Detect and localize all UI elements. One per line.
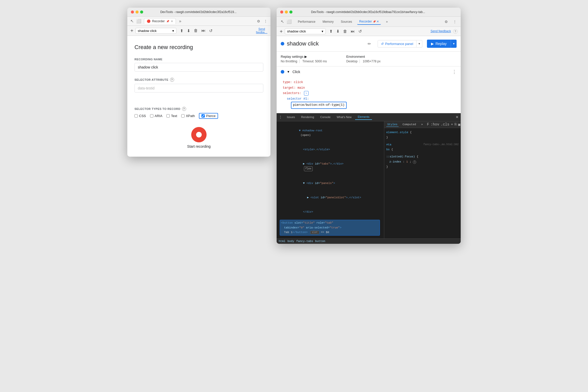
help-icon[interactable]: ? <box>453 29 458 34</box>
replay-label: Replay <box>435 42 447 46</box>
xpath-checkbox[interactable] <box>181 114 185 118</box>
recording-name-input[interactable] <box>134 63 263 72</box>
text-checkbox-label[interactable]: Text <box>166 114 177 118</box>
aria-checkbox-label[interactable]: ARIA <box>150 114 162 118</box>
btn-tabindex-val: "0" <box>299 226 304 229</box>
info-icon[interactable]: i <box>413 160 416 164</box>
select-chevron-icon: ▾ <box>172 29 174 33</box>
right-import-btn[interactable]: ⬇ <box>335 28 341 34</box>
recording-select[interactable]: shadow click ▾ <box>135 28 176 34</box>
right-export-btn[interactable]: ⬆ <box>328 28 334 34</box>
start-recording-btn[interactable] <box>191 127 207 142</box>
right-send-feedback-link[interactable]: Send feedback <box>431 29 451 33</box>
replay-arrow-btn[interactable]: ▾ <box>451 40 457 48</box>
toggle-panels-icon[interactable]: ⬜ <box>135 18 142 24</box>
pierce-checkbox[interactable] <box>201 114 205 118</box>
btn-close-start: > <box>340 226 342 229</box>
btn-space1 <box>315 221 316 224</box>
right-recording-select[interactable]: shadow click ▾ <box>285 28 326 34</box>
tab-memory[interactable]: Memory <box>321 19 336 25</box>
styles-copy-icon[interactable]: ⎘ <box>455 122 457 127</box>
add-recording-btn[interactable]: + <box>130 28 133 33</box>
tab-more[interactable]: » <box>384 19 390 25</box>
bottom-panel-more-icon[interactable]: ⋮ <box>279 115 282 119</box>
styles-panel: Styles Computed » F :hov .cls + ⎘ ▣ <box>384 121 461 238</box>
styles-layout-icon[interactable]: ▣ <box>458 122 460 127</box>
recording-header: shadow click ✏ ↺ Performance panel ▾ ▶ R… <box>277 36 461 52</box>
selector-attr-help-icon[interactable]: ? <box>170 78 174 82</box>
right-step-btn[interactable]: ⏭ <box>350 29 356 34</box>
pierce-checkbox-label[interactable]: Pierce <box>199 113 218 119</box>
bottom-tabs: ⋮ Issues Rendering Console What's New El… <box>277 113 461 121</box>
selected-button-line[interactable]: <button slot="title" role="tab" tabindex… <box>279 220 382 236</box>
breadcrumb-body[interactable]: body <box>287 240 294 243</box>
right-window-title: DevTools - rawgit.com/ebidel/2d2bb0cdec3… <box>279 10 457 14</box>
styles-tab-computed[interactable]: Computed <box>402 122 417 126</box>
right-toggle-icon[interactable]: ⬜ <box>286 19 293 25</box>
settings-btn[interactable]: ⚙ <box>256 18 261 24</box>
right-settings-btn[interactable]: ⚙ <box>444 19 449 25</box>
edit-name-icon[interactable]: ✏ <box>368 41 371 46</box>
xpath-checkbox-label[interactable]: XPath <box>181 114 195 118</box>
selector-types-help-icon[interactable]: ? <box>182 107 186 111</box>
tab-sources[interactable]: Sources <box>339 19 354 25</box>
div-close-bracket: >…</div> <box>330 162 344 165</box>
styles-hov-icon[interactable]: :hov <box>431 122 439 127</box>
tab-performance[interactable]: Performance <box>296 19 318 25</box>
bottom-panel-close-icon[interactable]: ✕ <box>456 115 459 119</box>
styles-tab-more[interactable]: » <box>420 122 424 126</box>
bottom-tab-issues[interactable]: Issues <box>284 114 298 120</box>
bottom-tab-rendering[interactable]: Rendering <box>299 114 317 120</box>
selector-attr-section: SELECTOR ATTRIBUTE ? <box>134 78 263 99</box>
bottom-tab-whats-new[interactable]: What's New <box>334 114 354 120</box>
right-add-btn[interactable]: + <box>280 29 283 34</box>
nav-back-forward: ↖ ⬜ <box>129 18 142 24</box>
tab-close-icon[interactable]: ✕ <box>171 20 173 23</box>
performance-panel-btn[interactable]: ↺ Performance panel <box>378 40 417 48</box>
styles-tabs: Styles Computed » F :hov .cls + ⎘ ▣ <box>384 121 461 128</box>
replay-btn[interactable]: ▶ Replay <box>427 40 451 48</box>
more-tabs-btn[interactable]: » <box>177 18 183 24</box>
left-devtools-window: DevTools - rawgit.com/ebidel/2d2bb0cdec3… <box>127 8 270 157</box>
breadcrumb-html[interactable]: html <box>279 240 285 243</box>
replay-control: ▶ Replay ▾ <box>427 40 457 48</box>
send-feedback-link[interactable]: Sendfeedba… <box>256 27 267 34</box>
breadcrumb-button[interactable]: button <box>315 240 325 243</box>
more-options-btn[interactable]: ⋮ <box>263 18 268 24</box>
replay-btn-small[interactable]: ↺ <box>208 28 213 34</box>
perf-panel-arrow-btn[interactable]: ▾ <box>416 40 422 48</box>
bottom-tab-elements[interactable]: Elements <box>355 114 372 120</box>
selector-attr-input[interactable] <box>134 84 263 93</box>
z-index-prop: z-index <box>389 160 401 163</box>
tab-recorder[interactable]: Recorder 📌 ✕ <box>357 19 381 25</box>
delete-btn[interactable]: 🗑 <box>193 28 199 33</box>
styles-add-icon[interactable]: + <box>451 122 453 127</box>
css-checkbox-label[interactable]: CSS <box>134 114 146 118</box>
environment-title: Environment <box>346 55 385 59</box>
pierce-checkbox-text: Pierce <box>206 114 216 118</box>
text-checkbox[interactable] <box>166 114 170 118</box>
bottom-tab-console[interactable]: Console <box>318 114 333 120</box>
aria-checkbox-text: ARIA <box>155 114 162 118</box>
styles-icons: F :hov .cls + ⎘ ▣ <box>427 122 460 127</box>
right-more-btn[interactable]: ⋮ <box>452 19 458 25</box>
right-replay-small-btn[interactable]: ↺ <box>357 28 363 34</box>
slot-open: <slot <box>310 196 321 199</box>
import-btn[interactable]: ⬇ <box>186 28 191 34</box>
css-checkbox[interactable] <box>134 114 138 118</box>
breadcrumb-fancy-tabs[interactable]: fancy-tabs <box>296 240 313 243</box>
styles-filter-icon[interactable]: F <box>427 122 429 127</box>
styles-tab-styles[interactable]: Styles <box>386 122 399 127</box>
click-event-more-icon[interactable]: ⋮ <box>452 69 457 75</box>
step-btn[interactable]: ⏭ <box>200 28 207 33</box>
div-id-val: "tabs" <box>320 162 330 165</box>
right-delete-btn[interactable]: 🗑 <box>342 29 348 34</box>
target-val: main <box>298 86 305 90</box>
export-btn[interactable]: ⬆ <box>179 28 184 34</box>
recorder-tab[interactable]: 🔴 Recorder 📌 ✕ <box>144 18 176 24</box>
styles-cls-icon[interactable]: .cls <box>441 122 449 127</box>
perf-panel-control: ↺ Performance panel ▾ <box>378 40 423 48</box>
aria-checkbox[interactable] <box>150 114 153 118</box>
click-event-header[interactable]: ▼ Click ⋮ <box>277 66 461 77</box>
css-selector-ta: #tabs <box>386 143 391 151</box>
